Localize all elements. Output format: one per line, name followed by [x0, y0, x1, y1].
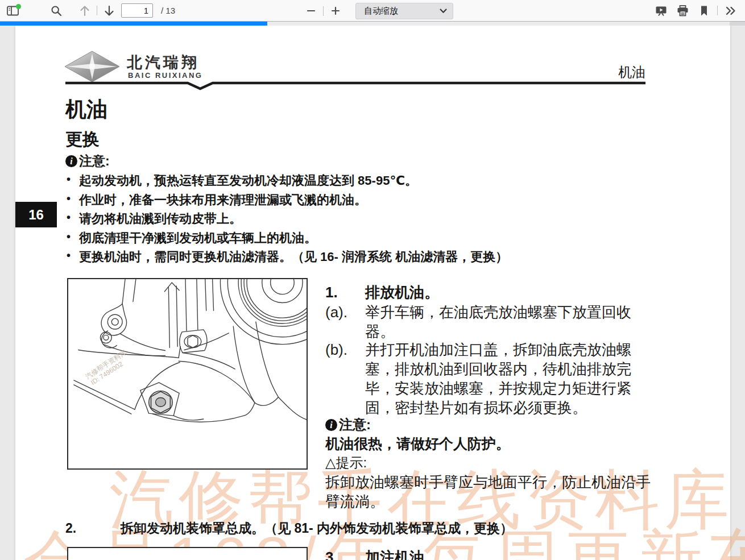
- step-number: 1.: [325, 283, 365, 302]
- notice-bullet-item: • 彻底清理干净溅到发动机或车辆上的机油。: [67, 230, 317, 247]
- page-title: 机油: [65, 96, 107, 124]
- figure-watermark: 汽修帮手资料库 ID: 7496002: [84, 348, 133, 387]
- step-title: 加注机油: [365, 547, 652, 560]
- section-subtitle: 更换: [65, 128, 100, 151]
- pdf-page: 汽修帮手在线资料库 会员168/年 每周更新车型 北汽瑞翔 BAIC RUIXI…: [15, 26, 730, 560]
- search-icon: [51, 5, 62, 16]
- bullet-text: 更换机油时，需同时更换机油滤清器。（见 16- 润滑系统 机油滤清器，更换）: [79, 248, 508, 266]
- substep-text: 并打开机油加注口盖，拆卸油底壳放油螺塞，排放机油到回收器内，待机油排放完毕，安装…: [365, 340, 652, 417]
- page-header-section-label: 机油: [618, 63, 645, 81]
- step-1-row: 1. 排放机油。: [325, 283, 652, 302]
- more-tools-button[interactable]: [722, 3, 739, 19]
- pdf-toolbar: / 13 自动缩放: [0, 0, 745, 22]
- zoom-in-button[interactable]: [327, 3, 344, 19]
- step-text: 拆卸发动机装饰罩总成。（见 81- 内外饰发动机装饰罩总成，更换）: [121, 519, 513, 537]
- bullet-marker: •: [67, 248, 79, 266]
- notice-bullet-item: • 起动发动机，预热运转直至发动机冷却液温度达到 85-95℃。: [67, 172, 417, 189]
- brand-name-en: BAIC RUIXIANG: [128, 71, 202, 80]
- arrow-down-icon: [104, 5, 114, 16]
- bullet-text: 彻底清理干净溅到发动机或车辆上的机油。: [79, 230, 317, 247]
- notice-label: 注意:: [79, 152, 110, 170]
- arrow-up-icon: [80, 5, 90, 16]
- pdf-viewer-area[interactable]: 汽修帮手在线资料库 会员168/年 每周更新车型 北汽瑞翔 BAIC RUIXI…: [0, 26, 745, 560]
- header-rule: [65, 81, 645, 91]
- bullet-marker: •: [67, 192, 79, 209]
- step-2-row: 2. 拆卸发动机装饰罩总成。（见 81- 内外饰发动机装饰罩总成，更换）: [65, 519, 513, 537]
- bullet-text: 请勿将机油溅到传动皮带上。: [79, 210, 242, 227]
- step-3-row: 3. 加注机油: [325, 547, 652, 560]
- tip-text-row: 拆卸放油螺塞时手臂应与地面平行，防止机油沿手臂流淌。: [325, 472, 658, 511]
- figure-oil-pan-drawing: 汽修帮手资料库 ID: 7496002: [67, 278, 308, 470]
- tip-text: 拆卸放油螺塞时手臂应与地面平行，防止机油沿手臂流淌。: [325, 472, 658, 511]
- bullet-marker: •: [67, 210, 79, 227]
- substep-text: 举升车辆，在油底壳放油螺塞下放置回收器。: [365, 302, 652, 341]
- print-button[interactable]: [674, 3, 691, 19]
- next-page-button[interactable]: [101, 3, 118, 19]
- bullet-marker: •: [67, 230, 79, 247]
- notice-label: 注意:: [339, 416, 371, 434]
- pdf-loading-bar: [0, 22, 745, 26]
- zoom-select[interactable]: 自动缩放: [355, 3, 453, 19]
- presentation-mode-icon: [655, 5, 667, 16]
- toolbar-divider: [97, 6, 97, 15]
- tip-label: △提示:: [325, 454, 367, 472]
- notice-bullet-item: • 请勿将机油溅到传动皮带上。: [67, 210, 242, 227]
- figure-next-drawing: [67, 547, 308, 560]
- notice-heading: i 注意:: [65, 152, 110, 170]
- bookmark-icon: [700, 5, 709, 16]
- toolbar-divider: [323, 6, 324, 16]
- substep-label: (b).: [325, 340, 365, 417]
- brand-logo-diamond: [64, 49, 121, 84]
- plus-icon: [331, 6, 340, 15]
- bullet-text: 起动发动机，预热运转直至发动机冷却液温度达到 85-95℃。: [79, 172, 417, 189]
- substep-b-row: (b). 并打开机油加注口盖，拆卸油底壳放油螺塞，排放机油到回收器内，待机油排放…: [325, 340, 652, 417]
- brand-name-cn: 北汽瑞翔: [127, 52, 200, 73]
- sidebar-notification-dot: [16, 4, 21, 9]
- chevron-down-icon: [440, 9, 447, 14]
- zoom-out-button[interactable]: [303, 3, 320, 19]
- notice-bullet-item: • 作业时，准备一块抹布用来清理泄漏或飞溅的机油。: [67, 192, 367, 209]
- info-icon: i: [325, 419, 337, 431]
- print-icon: [677, 5, 689, 16]
- notice-bullet-item: • 更换机油时，需同时更换机油滤清器。（见 16- 润滑系统 机油滤清器，更换）: [67, 248, 508, 266]
- step-number: 2.: [65, 519, 121, 537]
- info-icon: i: [65, 155, 77, 167]
- page-number-input[interactable]: [121, 3, 153, 18]
- zoom-select-value: 自动缩放: [364, 6, 398, 16]
- step-title: 排放机油。: [365, 283, 652, 302]
- step-number: 3.: [325, 547, 365, 560]
- substep-label: (a).: [325, 302, 365, 341]
- bullet-text: 作业时，准备一块抹布用来清理泄漏或飞溅的机油。: [79, 192, 367, 209]
- previous-page-button[interactable]: [76, 3, 93, 19]
- sidebar-toggle-button[interactable]: [5, 3, 22, 19]
- notice-heading: i 注意:: [325, 416, 371, 434]
- chapter-tab: 16: [15, 202, 57, 227]
- scrollbar-track[interactable]: [730, 26, 745, 560]
- minus-icon: [307, 6, 316, 15]
- substep-a-row: (a). 举升车辆，在油底壳放油螺塞下放置回收器。: [325, 302, 652, 341]
- presentation-mode-button[interactable]: [652, 3, 669, 19]
- find-button[interactable]: [48, 3, 65, 19]
- double-chevron-right-icon: [725, 6, 736, 16]
- notice-text: 机油很热，请做好个人防护。: [325, 434, 510, 453]
- bullet-marker: •: [67, 172, 79, 189]
- current-view-bookmark-button[interactable]: [696, 3, 713, 19]
- page-count-label: / 13: [161, 6, 175, 15]
- pdf-loading-progress: [0, 22, 267, 26]
- scrollbar-corner: [730, 22, 745, 26]
- toolbar-divider: [717, 6, 718, 15]
- drain-plug: [149, 391, 173, 414]
